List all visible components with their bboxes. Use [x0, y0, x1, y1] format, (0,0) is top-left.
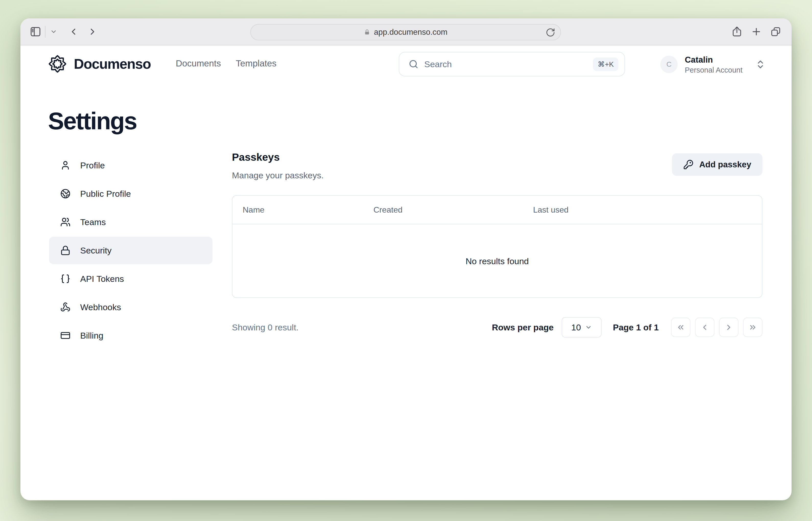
- table-header-row: Name Created Last used: [232, 196, 762, 224]
- rows-per-page-select[interactable]: 10: [562, 317, 602, 338]
- chevron-down-icon: [585, 324, 592, 331]
- passkeys-section: Passkeys Manage your passkeys. Add passk…: [232, 151, 762, 338]
- sidebar-item-label: Security: [80, 246, 112, 255]
- nav-documents[interactable]: Documents: [176, 58, 221, 68]
- lock-secure-icon: [364, 29, 370, 36]
- sidebar-item-label: Public Profile: [80, 189, 131, 199]
- account-name: Catalin: [685, 55, 743, 65]
- last-page-button[interactable]: [743, 318, 762, 337]
- braces-icon: [60, 274, 70, 284]
- avatar: C: [660, 56, 678, 73]
- browser-toolbar: app.documenso.com: [20, 18, 792, 45]
- url-text: app.documenso.com: [374, 28, 447, 37]
- sidebar-item-webhooks[interactable]: Webhooks: [49, 293, 212, 321]
- rows-per-page-label: Rows per page: [492, 322, 554, 333]
- empty-state-text: No results found: [232, 224, 762, 298]
- chevron-left-icon: [700, 323, 709, 332]
- users-icon: [60, 217, 70, 227]
- tab-overview-icon[interactable]: [770, 26, 781, 37]
- page-info: Page 1 of 1: [613, 322, 659, 333]
- sidebar-item-label: Billing: [80, 331, 103, 341]
- sidebar-chevron-down-icon[interactable]: [50, 28, 57, 35]
- chevrons-up-down-icon: [755, 59, 766, 69]
- browser-window: app.documenso.com: [20, 18, 792, 500]
- search-shortcut-badge: ⌘+K: [593, 58, 619, 71]
- search-bar[interactable]: ⌘+K: [399, 52, 625, 76]
- chevrons-right-icon: [748, 323, 757, 332]
- key-icon: [683, 159, 694, 170]
- sidebar-item-profile[interactable]: Profile: [49, 152, 212, 179]
- new-tab-plus-icon[interactable]: [751, 26, 762, 37]
- search-icon: [409, 59, 419, 69]
- next-page-button[interactable]: [719, 318, 738, 337]
- column-header-created: Created: [373, 205, 533, 214]
- add-passkey-button[interactable]: Add passkey: [672, 153, 762, 176]
- globe-icon: [60, 188, 70, 199]
- sidebar-item-api-tokens[interactable]: API Tokens: [49, 265, 212, 293]
- settings-sidebar: Profile Public Profile Teams Security: [49, 152, 212, 349]
- passkeys-table: Name Created Last used No results found: [232, 195, 762, 298]
- rows-per-page-value: 10: [572, 322, 581, 333]
- add-passkey-label: Add passkey: [699, 160, 751, 169]
- brand-name: Documenso: [74, 56, 151, 72]
- previous-page-button[interactable]: [695, 318, 714, 337]
- main-nav: Documents Templates: [176, 58, 277, 68]
- sidebar-item-label: Webhooks: [80, 302, 121, 312]
- toolbar-divider: [45, 26, 45, 38]
- column-header-name: Name: [243, 205, 373, 214]
- sidebar-item-billing[interactable]: Billing: [49, 322, 212, 349]
- sidebar-item-label: Profile: [80, 160, 105, 171]
- address-bar[interactable]: app.documenso.com: [250, 24, 561, 40]
- back-button-icon[interactable]: [68, 27, 79, 37]
- chevron-right-icon: [724, 323, 733, 332]
- pagination: [671, 318, 762, 337]
- share-icon[interactable]: [731, 26, 743, 37]
- sidebar-item-label: API Tokens: [80, 274, 124, 284]
- search-input[interactable]: [424, 59, 587, 69]
- passkeys-description: Manage your passkeys.: [232, 171, 324, 180]
- credit-card-icon: [60, 331, 70, 341]
- reload-icon[interactable]: [546, 28, 555, 37]
- sidebar-item-security[interactable]: Security: [49, 236, 212, 264]
- chevrons-left-icon: [676, 323, 685, 332]
- sidebar-item-public-profile[interactable]: Public Profile: [49, 180, 212, 207]
- lock-icon: [60, 245, 70, 255]
- results-count: Showing 0 result.: [232, 322, 299, 333]
- passkeys-heading: Passkeys: [232, 151, 324, 163]
- account-menu[interactable]: C Catalin Personal Account: [660, 55, 766, 74]
- account-type: Personal Account: [685, 66, 743, 74]
- user-icon: [60, 160, 70, 171]
- forward-button-icon[interactable]: [87, 27, 98, 37]
- sidebar-item-label: Teams: [80, 217, 106, 227]
- table-footer: Showing 0 result. Rows per page 10 Page …: [232, 317, 762, 338]
- sidebar-item-teams[interactable]: Teams: [49, 208, 212, 236]
- column-header-last-used: Last used: [533, 205, 752, 214]
- sidebar-toggle-icon[interactable]: [30, 26, 41, 38]
- documenso-rosette-icon: [47, 54, 68, 74]
- webhook-icon: [60, 302, 70, 312]
- nav-templates[interactable]: Templates: [236, 58, 277, 68]
- first-page-button[interactable]: [671, 318, 690, 337]
- page-title: Settings: [48, 107, 137, 135]
- documenso-logo[interactable]: Documenso: [47, 54, 151, 74]
